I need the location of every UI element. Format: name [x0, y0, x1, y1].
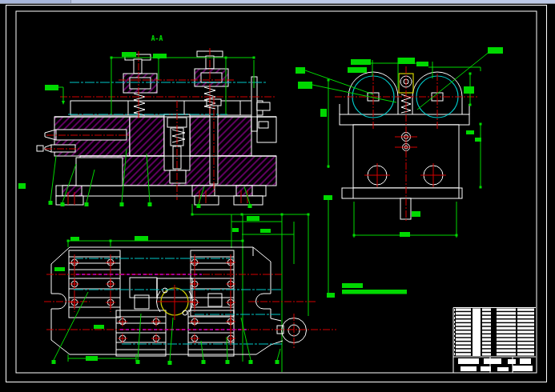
leader-text-block [94, 325, 104, 329]
dim-text-block [122, 52, 136, 57]
dim-text-block [232, 228, 239, 232]
dim-text-block [247, 216, 259, 221]
dim-text-block [324, 195, 332, 200]
note-heading-block [342, 283, 363, 288]
leader-text-block [488, 47, 503, 54]
note-text-block [342, 290, 407, 294]
dim-text-block [351, 59, 371, 65]
leader-text-block [296, 67, 305, 74]
dim-text-block [135, 236, 148, 241]
front-view [296, 47, 503, 238]
dim-text-block [412, 211, 420, 217]
dim-text-block [153, 54, 167, 58]
section-view: A-A [37, 35, 335, 372]
dimension-chain [191, 195, 336, 372]
dim-text-block [400, 232, 410, 237]
technical-notes [342, 283, 407, 294]
dim-text-block [320, 109, 327, 117]
dim-text-block [466, 130, 474, 134]
dim-text-block [464, 86, 474, 94]
leader-text-block [45, 85, 58, 90]
leader-text-block [54, 267, 65, 271]
title-block [453, 308, 536, 374]
drawing-canvas[interactable]: A-A [0, 0, 555, 392]
dim-text-block [70, 237, 79, 241]
dim-text-block [327, 293, 335, 298]
dim-text-block [416, 62, 428, 66]
datum-mark [18, 183, 26, 189]
cad-viewport[interactable]: A-A [0, 0, 555, 392]
plan-view [44, 236, 336, 365]
dimension-annotations [54, 236, 280, 362]
dim-text-block [86, 356, 98, 361]
dim-text-block [260, 229, 271, 233]
leader-text-block [298, 82, 312, 89]
dim-text-block [475, 138, 481, 142]
section-label: A-A [151, 35, 163, 42]
dim-text-block [398, 58, 415, 64]
dim-text-block [348, 67, 367, 73]
title-block-fields [458, 358, 533, 371]
